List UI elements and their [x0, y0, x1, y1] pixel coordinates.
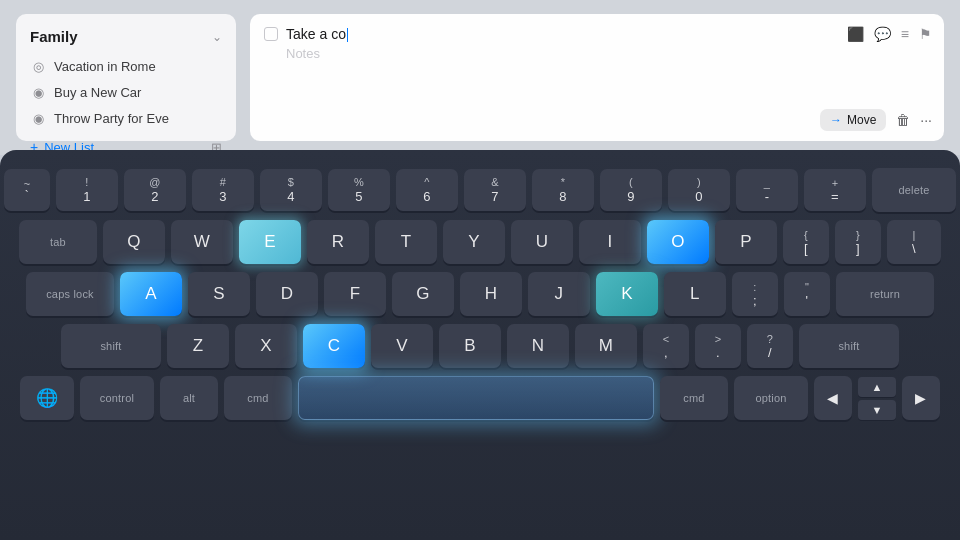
arrow-left-key[interactable]: ◀ — [814, 376, 852, 420]
move-arrow-icon: → — [830, 113, 842, 127]
sidebar-item-label: Vacation in Rome — [54, 59, 156, 74]
list-item[interactable]: ◎ Vacation in Rome — [16, 53, 236, 79]
key-backtick[interactable]: ~ ` — [4, 169, 50, 211]
arrow-up-key[interactable]: ▲ — [858, 377, 896, 397]
key-5[interactable]: %5 — [328, 169, 390, 211]
key-Z[interactable]: Z — [167, 324, 229, 368]
key-T[interactable]: T — [375, 220, 437, 264]
shift-left-key[interactable]: shift — [61, 324, 161, 368]
key-H[interactable]: H — [460, 272, 522, 316]
caps-lock-key[interactable]: caps lock — [26, 272, 114, 316]
key-6[interactable]: ^6 — [396, 169, 458, 211]
qwerty-row: tab Q W E R T Y U I O P {[ }] |\ — [20, 220, 940, 264]
key-U[interactable]: U — [511, 220, 573, 264]
sidebar-header: Family ⌄ — [16, 24, 236, 53]
comment-icon[interactable]: 💬 — [874, 26, 891, 42]
key-V[interactable]: V — [371, 324, 433, 368]
key-2[interactable]: @2 — [124, 169, 186, 211]
cmd-left-key[interactable]: cmd — [224, 376, 292, 420]
sidebar: Family ⌄ ◎ Vacation in Rome ◉ Buy a New … — [16, 14, 236, 141]
flag-icon[interactable]: ⚑ — [919, 26, 932, 42]
option-key[interactable]: option — [734, 376, 808, 420]
notes-area: Take a co Notes ⬛ 💬 ≡ ⚑ → Move 🗑 ··· — [250, 14, 944, 141]
asdf-row: caps lock A S D F G H J K L :; "' return — [20, 272, 940, 316]
key-N[interactable]: N — [507, 324, 569, 368]
bottom-row: 🌐 control alt cmd cmd option ◀ ▲ ▼ ▶ — [20, 376, 940, 420]
chevron-down-icon: ⌄ — [212, 30, 222, 44]
key-C[interactable]: C — [303, 324, 365, 368]
delete-key[interactable]: delete — [872, 168, 956, 212]
list-icon: ◎ — [30, 58, 46, 74]
key-B[interactable]: B — [439, 324, 501, 368]
key-quote[interactable]: "' — [784, 272, 830, 316]
move-label: Move — [847, 113, 876, 127]
key-slash[interactable]: ?/ — [747, 324, 793, 368]
key-K[interactable]: K — [596, 272, 658, 316]
alt-key[interactable]: alt — [160, 376, 218, 420]
note-title-text: Take a co — [286, 26, 348, 42]
key-8[interactable]: *8 — [532, 169, 594, 211]
key-J[interactable]: J — [528, 272, 590, 316]
shift-right-key[interactable]: shift — [799, 324, 899, 368]
key-F[interactable]: F — [324, 272, 386, 316]
key-1[interactable]: !1 — [56, 169, 118, 211]
key-bracket-open[interactable]: {[ — [783, 220, 829, 264]
globe-key[interactable]: 🌐 — [20, 376, 74, 420]
sidebar-title: Family — [30, 28, 78, 45]
number-row: ~ ` !1 @2 #3 $4 %5 ^6 &7 *8 (9 )0 _- += … — [20, 168, 940, 212]
note-toolbar-top: ⬛ 💬 ≡ ⚑ — [847, 26, 932, 42]
key-3[interactable]: #3 — [192, 169, 254, 211]
note-placeholder: Notes — [286, 46, 930, 61]
trash-icon[interactable]: 🗑 — [896, 112, 910, 128]
key-R[interactable]: R — [307, 220, 369, 264]
tab-key[interactable]: tab — [19, 220, 97, 264]
key-M[interactable]: M — [575, 324, 637, 368]
media-icon[interactable]: ⬛ — [847, 26, 864, 42]
key-comma[interactable]: <, — [643, 324, 689, 368]
key-D[interactable]: D — [256, 272, 318, 316]
key-E[interactable]: E — [239, 220, 301, 264]
key-W[interactable]: W — [171, 220, 233, 264]
more-options-icon[interactable]: ··· — [920, 112, 932, 128]
key-equals[interactable]: += — [804, 169, 866, 211]
note-checkbox[interactable] — [264, 27, 278, 41]
arrow-up-down-cluster: ▲ ▼ — [858, 377, 896, 420]
key-X[interactable]: X — [235, 324, 297, 368]
key-P[interactable]: P — [715, 220, 777, 264]
app-area: Family ⌄ ◎ Vacation in Rome ◉ Buy a New … — [0, 0, 960, 155]
text-cursor — [347, 28, 349, 42]
list-format-icon[interactable]: ≡ — [901, 26, 909, 42]
key-minus[interactable]: _- — [736, 169, 798, 211]
arrow-right-key[interactable]: ▶ — [902, 376, 940, 420]
spacebar[interactable] — [298, 376, 654, 420]
key-Q[interactable]: Q — [103, 220, 165, 264]
cmd-right-key[interactable]: cmd — [660, 376, 728, 420]
key-S[interactable]: S — [188, 272, 250, 316]
keyboard: ~ ` !1 @2 #3 $4 %5 ^6 &7 *8 (9 )0 _- += … — [0, 150, 960, 540]
arrow-down-key[interactable]: ▼ — [858, 400, 896, 420]
key-Y[interactable]: Y — [443, 220, 505, 264]
key-9[interactable]: (9 — [600, 169, 662, 211]
key-L[interactable]: L — [664, 272, 726, 316]
list-item[interactable]: ◉ Throw Party for Eve — [16, 105, 236, 131]
move-button[interactable]: → Move — [820, 109, 886, 131]
note-toolbar-bottom: → Move 🗑 ··· — [262, 109, 932, 131]
key-O[interactable]: O — [647, 220, 709, 264]
list-item[interactable]: ◉ Buy a New Car — [16, 79, 236, 105]
sidebar-item-label: Throw Party for Eve — [54, 111, 169, 126]
return-key[interactable]: return — [836, 272, 934, 316]
key-I[interactable]: I — [579, 220, 641, 264]
key-0[interactable]: )0 — [668, 169, 730, 211]
key-period[interactable]: >. — [695, 324, 741, 368]
key-7[interactable]: &7 — [464, 169, 526, 211]
note-title-row: Take a co — [264, 26, 930, 42]
control-key[interactable]: control — [80, 376, 154, 420]
key-semicolon[interactable]: :; — [732, 272, 778, 316]
list-icon: ◉ — [30, 110, 46, 126]
list-icon: ◉ — [30, 84, 46, 100]
key-bracket-close[interactable]: }] — [835, 220, 881, 264]
key-4[interactable]: $4 — [260, 169, 322, 211]
key-G[interactable]: G — [392, 272, 454, 316]
key-backslash[interactable]: |\ — [887, 220, 941, 264]
key-A[interactable]: A — [120, 272, 182, 316]
